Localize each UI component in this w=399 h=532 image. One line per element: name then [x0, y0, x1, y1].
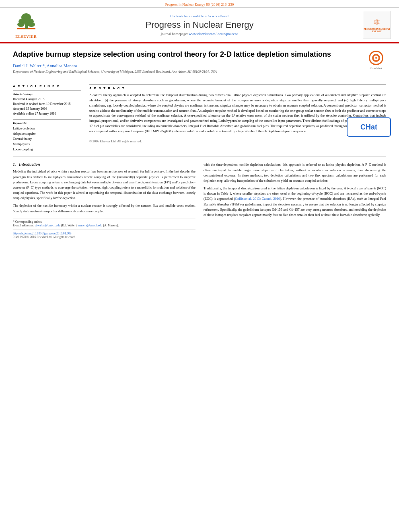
received2: Received in revised form 19 December 201… — [13, 102, 81, 107]
introduction-title: 1. Introduction — [13, 162, 195, 166]
corresponding-note: * Corresponding author. — [13, 220, 195, 224]
keyword-4: Multiphysics — [13, 142, 81, 147]
abstract-col: A B S T R A C T A control theory approac… — [89, 84, 386, 152]
doi-line: http://dx.doi.org/10.1016/j.pnucene.2016… — [13, 232, 195, 235]
article-body: Adaptive burnup stepsize selection using… — [0, 43, 399, 245]
svg-point-5 — [17, 22, 25, 27]
keyword-3: Control theory — [13, 137, 81, 142]
keyword-1: Lattice depletion — [13, 126, 81, 131]
ref-collinset[interactable]: Collinset-al, 2013 — [235, 197, 259, 201]
journal-citation: Progress in Nuclear Energy 88 (2016) 218… — [0, 0, 399, 8]
journal-title: Progress in Nuclear Energy — [44, 20, 355, 30]
article-history: Article history: Received 4 August 2015 … — [13, 92, 81, 116]
received1: Received 4 August 2015 — [13, 97, 81, 102]
doi-link[interactable]: http://dx.doi.org/10.1016/j.pnucene.2016… — [13, 232, 71, 235]
elsevier-logo-section: ELSEVIER — [8, 12, 44, 39]
intro-body: Modeling the individual physics within a… — [13, 169, 195, 214]
article-title-section: Adaptive burnup stepsize selection using… — [13, 50, 386, 78]
abstract-label: A B S T R A C T — [89, 86, 386, 90]
crossmark-icon — [368, 50, 384, 66]
main-article-body: 1. Introduction Modeling the individual … — [13, 162, 386, 238]
sciencedirect-link: Contents lists available at ScienceDirec… — [44, 14, 355, 18]
accepted: Accepted 15 January 2016 — [13, 107, 81, 111]
authors: Daniel J. Walter *, Annalisa Manera — [13, 63, 362, 68]
info-abstract-section: A R T I C L E I N F O Article history: R… — [13, 84, 386, 152]
journal-header-center: Contents lists available at ScienceDirec… — [44, 14, 355, 36]
copyright: © 2016 Elsevier Ltd. All rights reserved… — [89, 140, 142, 143]
email2[interactable]: manera@umich.edu — [78, 224, 102, 227]
right-article-col: with the time-dependent nuclide depletio… — [204, 162, 386, 238]
keyword-2: Adaptive stepsize — [13, 131, 81, 137]
ref-cacuci[interactable]: Cacuci, 2010 — [262, 197, 280, 201]
abstract-section: A B S T R A C T A control theory approac… — [89, 84, 386, 144]
intro-para-1: Modeling the individual physics within a… — [13, 169, 195, 201]
article-info-box: Article history: Received 4 August 2015 … — [13, 90, 81, 116]
article-title: Adaptive burnup stepsize selection using… — [13, 50, 362, 59]
left-article-col: 1. Introduction Modeling the individual … — [13, 162, 195, 238]
history-label: Article history: — [13, 92, 81, 96]
pne-logo-section: ⚛ PROGRESS IN NUCLEAR ENERGY — [355, 11, 391, 39]
journal-header: ELSEVIER Contents lists available at Sci… — [0, 8, 399, 43]
issn-line: 0149-1970/© 2016 Elsevier Ltd. All right… — [13, 235, 195, 239]
separator-1 — [13, 81, 386, 81]
svg-point-11 — [375, 57, 377, 59]
article-info-col: A R T I C L E I N F O Article history: R… — [13, 84, 81, 152]
right-para-2: Traditionally, the temporal discretizati… — [204, 186, 386, 218]
chat-button[interactable]: CHat — [347, 117, 391, 137]
intro-para-2: The depletion of the nuclide inventory w… — [13, 203, 195, 214]
email1[interactable]: djwalter@umich.edu — [35, 224, 60, 227]
elsevier-brand-text: ELSEVIER — [15, 35, 37, 39]
abstract-text: A control theory approach is adopted to … — [89, 92, 386, 144]
svg-point-6 — [28, 22, 35, 27]
keyword-5: Loose coupling — [13, 147, 81, 152]
pne-logo-text: PROGRESS IN NUCLEAR ENERGY — [363, 28, 391, 33]
footnote-section: * Corresponding author. E-mail addresses… — [13, 218, 195, 227]
pne-logo: ⚛ PROGRESS IN NUCLEAR ENERGY — [363, 11, 391, 39]
citation-text: Progress in Nuclear Energy 88 (2016) 218… — [165, 2, 234, 6]
crossmark-label: CrossMark — [370, 67, 382, 70]
right-para-1: with the time-dependent nuclide depletio… — [204, 162, 386, 183]
keywords-section: Keywords: Lattice depletion Adaptive ste… — [13, 119, 81, 152]
separator-2 — [13, 156, 386, 156]
atom-icon: ⚛ — [373, 17, 380, 27]
right-body: with the time-dependent nuclide depletio… — [204, 162, 386, 218]
journal-homepage: journal homepage: www.elsevier.com/locat… — [44, 32, 355, 36]
elsevier-tree-icon — [15, 12, 37, 34]
homepage-url[interactable]: www.elsevier.com/locate/pnucene — [189, 32, 238, 36]
keywords-label: Keywords: — [13, 121, 81, 125]
email-note: E-mail addresses: djwalter@umich.edu (D.… — [13, 224, 195, 227]
affiliation: Department of Nuclear Engineering and Ra… — [13, 70, 362, 74]
available-online: Available online 27 January 2016 — [13, 111, 81, 116]
page: Progress in Nuclear Energy 88 (2016) 218… — [0, 0, 399, 532]
footer-strip: http://dx.doi.org/10.1016/j.pnucene.2016… — [13, 230, 195, 239]
crossmark-section: CrossMark — [366, 50, 386, 70]
article-info-label: A R T I C L E I N F O — [13, 84, 81, 88]
article-title-text: Adaptive burnup stepsize selection using… — [13, 50, 362, 78]
sciencedirect-text[interactable]: ScienceDirect — [208, 14, 228, 18]
